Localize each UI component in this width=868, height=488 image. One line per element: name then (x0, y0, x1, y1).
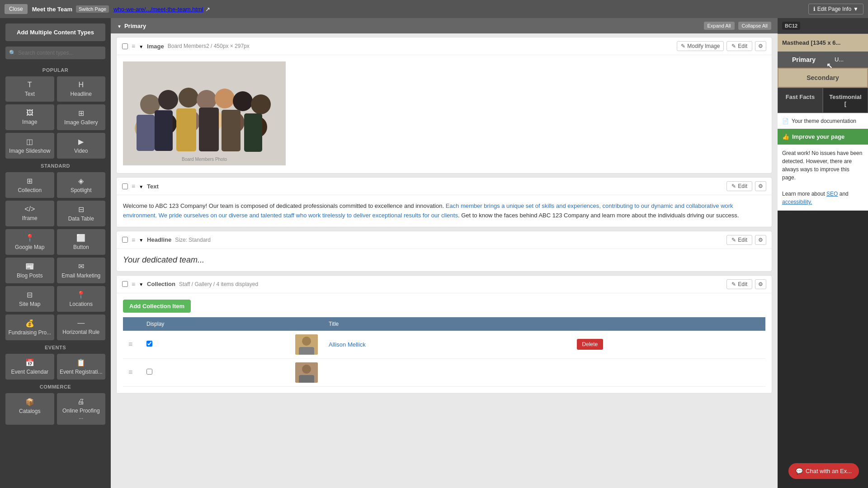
info-icon: ℹ (813, 6, 816, 12)
image-settings-button[interactable]: ⚙ (755, 41, 766, 51)
col-action (571, 317, 765, 331)
secondary-block[interactable]: Secondary (778, 68, 868, 88)
chat-icon: 💬 (796, 468, 803, 474)
sidebar-item-site-map[interactable]: ⊟ Site Map (5, 286, 54, 312)
edit-page-info-button[interactable]: ℹ Edit Page Info ▼ (808, 4, 863, 14)
fast-facts-block[interactable]: Fast Facts (778, 88, 823, 113)
sidebar-item-video[interactable]: ▶ Video (57, 133, 106, 159)
modify-image-button[interactable]: ✎ Modify Image (677, 41, 724, 51)
headline-icon: H (78, 81, 84, 89)
sidebar-item-google-map[interactable]: 📍 Google Map (5, 229, 54, 255)
add-collection-item-button[interactable]: Add Collection Item (123, 300, 191, 313)
sidebar-item-blog-posts-label: Blog Posts (17, 272, 42, 279)
add-multiple-content-types-button[interactable]: Add Multiple Content Types (5, 23, 105, 41)
headline-edit-button[interactable]: ✎ Edit (726, 235, 752, 245)
primary-chevron-icon[interactable] (117, 23, 122, 29)
sidebar-item-data-table[interactable]: ⊟ Data Table (57, 201, 106, 226)
cms-badge: BC12 (782, 22, 800, 30)
right-sidebar: BC12 Masthead [1345 x 6... Primary ↖ U..… (778, 18, 868, 488)
headline-drag-handle[interactable]: ≡ (132, 236, 135, 244)
pencil-icon: ✎ (731, 281, 736, 287)
headline-block-meta: Size: Standard (175, 237, 211, 243)
row-drag-handle[interactable]: ≡ (128, 340, 132, 348)
sidebar-item-event-registration[interactable]: 📋 Event Registrati... (57, 354, 106, 380)
page-url-link[interactable]: who-we-are/.../meet-the-team.html (113, 6, 203, 13)
button-icon: ⬜ (76, 234, 85, 242)
sidebar-item-image-gallery-label: Image Gallery (64, 119, 98, 126)
commerce-grid: 📦 Catalogs 🖨 Online Proofing ... (0, 391, 111, 427)
iframe-icon: </> (24, 205, 35, 213)
sidebar-item-image-slideshow[interactable]: ◫ Image Slideshow (5, 133, 54, 159)
text-block: ≡ Text ✎ Edit ⚙ Welcome to ABC 123 Compa… (116, 177, 772, 227)
event-calendar-icon: 📅 (25, 358, 34, 367)
sidebar-item-blog-posts[interactable]: 📰 Blog Posts (5, 258, 54, 283)
sidebar-item-text[interactable]: T Text (5, 76, 54, 102)
sidebar-item-horizontal-rule[interactable]: — Horizontal Rule (57, 314, 106, 340)
collection-edit-button[interactable]: ✎ Edit (726, 279, 752, 289)
accessibility-link[interactable]: accessibility. (782, 199, 812, 205)
headline-chevron-icon[interactable] (139, 236, 143, 243)
image-block-checkbox[interactable] (122, 43, 128, 49)
collection-block-checkbox[interactable] (122, 281, 128, 287)
delete-button[interactable]: Delete (577, 339, 604, 350)
collection-chevron-icon[interactable] (139, 281, 143, 287)
sidebar-item-headline[interactable]: H Headline (57, 76, 106, 102)
image-chevron-icon[interactable] (139, 43, 143, 50)
sidebar-item-image-slideshow-label: Image Slideshow (9, 148, 50, 154)
u-block[interactable]: U... (830, 52, 868, 68)
headline-block-checkbox[interactable] (122, 237, 128, 243)
text-drag-handle[interactable]: ≡ (132, 183, 135, 190)
svg-point-8 (251, 94, 271, 114)
image-icon: 🖼 (26, 109, 33, 117)
headline-settings-button[interactable]: ⚙ (755, 235, 766, 245)
text-edit-button[interactable]: ✎ Edit (726, 181, 752, 191)
seo-link[interactable]: SEO (826, 191, 838, 197)
sidebar-item-image[interactable]: 🖼 Image (5, 104, 54, 130)
image-block-body: Board Members Photo (117, 55, 772, 173)
sidebar-item-email-marketing[interactable]: ✉ Email Marketing (57, 258, 106, 283)
top-bar-right: ℹ Edit Page Info ▼ (808, 4, 863, 14)
expand-all-button[interactable]: Expand All (704, 22, 735, 30)
row-thumbnail (295, 334, 318, 355)
masthead-block[interactable]: Masthead [1345 x 6... (778, 34, 868, 52)
sidebar-item-locations[interactable]: 📍 Locations (57, 286, 106, 312)
sidebar-item-catalogs[interactable]: 📦 Catalogs (5, 393, 54, 425)
primary-block-right[interactable]: Primary ↖ (778, 52, 830, 68)
sidebar-item-event-calendar-label: Event Calendar (11, 369, 48, 375)
sidebar-item-event-calendar[interactable]: 📅 Event Calendar (5, 354, 54, 380)
text-settings-button[interactable]: ⚙ (755, 181, 766, 191)
thumbnail-image-2 (295, 362, 318, 383)
sidebar-item-button[interactable]: ⬜ Button (57, 229, 106, 255)
chat-button[interactable]: 💬 Chat with an Ex... (788, 463, 859, 479)
switch-page-button[interactable]: Switch Page (76, 5, 109, 13)
left-sidebar: Add Multiple Content Types 🔍 POPULAR T T… (0, 18, 111, 488)
search-input[interactable] (5, 47, 105, 59)
collapse-all-button[interactable]: Collapse All (738, 22, 771, 30)
cursor-icon: ↖ (826, 61, 832, 70)
testimonial-block[interactable]: Testimonial [ (823, 88, 868, 113)
sidebar-item-image-gallery[interactable]: ⊞ Image Gallery (57, 104, 106, 130)
sidebar-item-iframe[interactable]: </> Iframe (5, 201, 54, 226)
collection-block-header: ≡ Collection Staff / Gallery / 4 items d… (117, 276, 772, 293)
collection-settings-button[interactable]: ⚙ (755, 279, 766, 289)
text-block-checkbox[interactable] (122, 183, 128, 189)
collection-drag-handle[interactable]: ≡ (132, 281, 135, 288)
row-display-checkbox-2[interactable] (146, 369, 152, 375)
sidebar-item-online-proofing[interactable]: 🖨 Online Proofing ... (57, 393, 106, 425)
row-drag-handle-2[interactable]: ≡ (128, 368, 132, 376)
image-edit-button[interactable]: ✎ Edit (726, 41, 752, 51)
image-drag-handle[interactable]: ≡ (132, 42, 135, 50)
pencil-icon: ✎ (731, 183, 736, 189)
sidebar-item-spotlight[interactable]: ◈ Spotlight (57, 172, 106, 198)
events-label: EVENTS (0, 342, 111, 352)
close-button[interactable]: Close (5, 4, 28, 14)
row-display-checkbox[interactable] (146, 341, 152, 347)
primary-section-label: Primary (124, 23, 146, 29)
video-icon: ▶ (78, 137, 84, 146)
sidebar-item-fundraising[interactable]: 💰 Fundraising Pro... (5, 314, 54, 340)
sidebar-item-collection[interactable]: ⊞ Collection (5, 172, 54, 198)
theme-docs-block[interactable]: 📄 Your theme documentation (778, 113, 868, 129)
text-chevron-icon[interactable] (139, 183, 143, 190)
headline-block-body: Your dedicated team... (117, 249, 772, 271)
row-thumbnail-2 (295, 362, 318, 383)
